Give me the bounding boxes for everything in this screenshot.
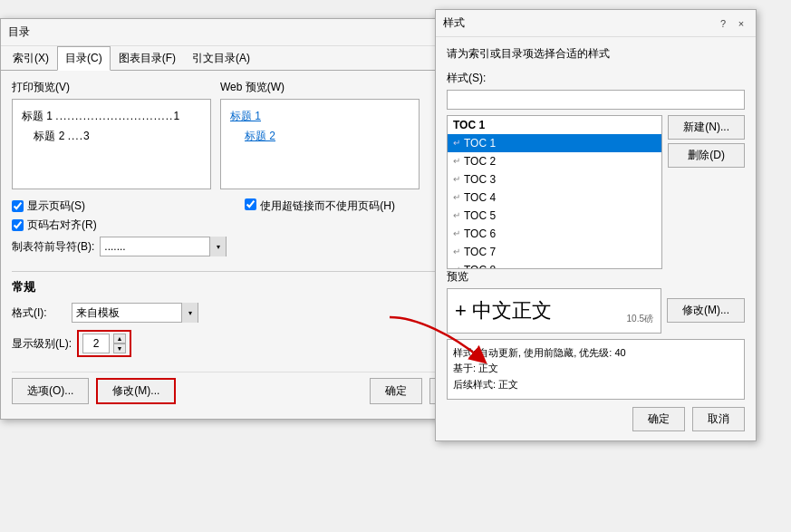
- ok-button[interactable]: 确定: [370, 378, 422, 404]
- web-link-2[interactable]: 标题 2: [245, 127, 410, 147]
- style-info-line2: 基于: 正文: [453, 361, 738, 377]
- style-modify-button[interactable]: 修改(M)...: [667, 298, 745, 323]
- tab-bar: 索引(X)目录(C)图表目录(F)引文目录(A): [1, 46, 493, 71]
- style-item-text: TOC 1: [464, 137, 496, 150]
- style-action-col: 新建(N)... 删除(D): [662, 115, 745, 269]
- style-description: 请为索引或目录项选择合适的样式: [447, 46, 745, 62]
- style-list-item[interactable]: ↵TOC 3: [448, 170, 661, 189]
- style-cancel-button[interactable]: 取消: [692, 407, 745, 431]
- use-hyperlinks-label: 使用超链接而不使用页码(H): [260, 198, 395, 214]
- return-icon: ↵: [453, 210, 460, 220]
- tab-index[interactable]: 索引(X): [5, 46, 57, 71]
- style-list-item[interactable]: ↵TOC 6: [448, 225, 661, 243]
- print-preview-section: 打印预览(V) 标题 1 ...........................…: [12, 80, 211, 189]
- style-dialog-title: 样式: [443, 15, 465, 31]
- print-item-1-text: 标题 1 ..............................1: [22, 110, 179, 122]
- new-style-button[interactable]: 新建(N)...: [668, 115, 745, 140]
- style-list-container: TOC 1↵TOC 1↵TOC 2↵TOC 3↵TOC 4↵TOC 5↵TOC …: [447, 115, 662, 269]
- style-list-item[interactable]: ↵TOC 1: [448, 134, 661, 152]
- list-outer: TOC 1↵TOC 1↵TOC 2↵TOC 3↵TOC 4↵TOC 5↵TOC …: [447, 115, 745, 269]
- style-list: TOC 1↵TOC 1↵TOC 2↵TOC 3↵TOC 4↵TOC 5↵TOC …: [447, 115, 662, 269]
- format-label: 格式(I):: [12, 305, 66, 321]
- return-icon: ↵: [453, 247, 460, 256]
- right-align-checkbox[interactable]: [12, 219, 24, 231]
- style-preview-section: 预览 + 中文正文 10.5磅 修改(M)...: [447, 269, 745, 334]
- show-page-numbers-row: 显示页码(S): [12, 198, 227, 214]
- web-link-1[interactable]: 标题 1: [230, 107, 410, 127]
- show-levels-label: 显示级别(L):: [12, 336, 72, 352]
- options-button[interactable]: 选项(O)...: [12, 378, 89, 404]
- style-list-item[interactable]: ↵TOC 7: [448, 243, 661, 261]
- style-item-text: TOC 3: [464, 173, 496, 186]
- main-dialog-titlebar: 目录 ? ×: [1, 19, 493, 46]
- options-row: 显示页码(S) 页码右对齐(R) 制表符前导符(B): ....... ▾ 使用…: [12, 198, 482, 264]
- format-arrow[interactable]: ▾: [181, 303, 198, 323]
- style-titlebar-controls: ? ×: [716, 16, 748, 31]
- style-dialog: 样式 ? × 请为索引或目录项选择合适的样式 样式(S): TOC 1 TOC …: [435, 9, 757, 441]
- style-content: 请为索引或目录项选择合适的样式 样式(S): TOC 1 TOC 1↵TOC 1…: [436, 37, 756, 440]
- use-hyperlinks-checkbox[interactable]: [245, 198, 256, 210]
- right-align-label: 页码右对齐(R): [27, 218, 97, 233]
- style-list-item[interactable]: TOC 1: [448, 116, 661, 134]
- style-list-item[interactable]: ↵TOC 5: [448, 207, 661, 225]
- style-name-input[interactable]: TOC 1: [447, 90, 745, 110]
- left-options: 显示页码(S) 页码右对齐(R) 制表符前导符(B): ....... ▾: [12, 198, 227, 264]
- main-dialog-title: 目录: [8, 24, 30, 40]
- style-item-text: TOC 7: [464, 246, 496, 258]
- print-preview-box: 标题 1 ..............................1 标题 …: [12, 99, 211, 189]
- right-align-row: 页码右对齐(R): [12, 218, 227, 233]
- preview-row: 打印预览(V) 标题 1 ...........................…: [12, 80, 482, 189]
- style-info-line3: 后续样式: 正文: [453, 377, 738, 393]
- print-item-2-text: 标题 2 ....3: [22, 130, 90, 142]
- return-icon: ↵: [453, 192, 460, 202]
- print-preview-label: 打印预览(V): [12, 80, 211, 95]
- tab-leader-label: 制表符前导符(B):: [12, 239, 94, 255]
- show-page-numbers-label: 显示页码(S): [27, 198, 85, 214]
- tab-toc[interactable]: 目录(C): [57, 46, 111, 71]
- style-info-line1: 样式: 自动更新, 使用前隐藏, 优先级: 40: [453, 345, 738, 362]
- web-preview-label: Web 预览(W): [220, 80, 420, 95]
- level-row: 显示级别(L): 2 ▲ ▼: [12, 330, 482, 357]
- style-list-item[interactable]: ↵TOC 8: [448, 261, 661, 269]
- print-item-2: 标题 2 ....3: [22, 127, 201, 147]
- divider: [12, 271, 482, 272]
- style-bottom-buttons: 确定 取消: [447, 407, 745, 431]
- tab-leader-value: .......: [101, 240, 209, 253]
- style-preview-content: + 中文正文: [455, 297, 552, 324]
- style-dialog-titlebar: 样式 ? ×: [436, 10, 756, 37]
- tab-figure[interactable]: 图表目录(F): [111, 46, 184, 71]
- style-item-text: TOC 4: [464, 191, 496, 204]
- level-up-button[interactable]: ▲: [113, 334, 126, 343]
- style-info-box: 样式: 自动更新, 使用前隐藏, 优先级: 40 基于: 正文 后续样式: 正文: [447, 339, 745, 400]
- tab-leader-dropdown[interactable]: ....... ▾: [100, 237, 227, 256]
- level-down-button[interactable]: ▼: [113, 343, 126, 353]
- bottom-buttons: 选项(O)... 修改(M)... 确定 取消: [12, 372, 482, 410]
- style-ok-button[interactable]: 确定: [632, 407, 685, 431]
- style-list-item[interactable]: ↵TOC 4: [448, 189, 661, 207]
- style-preview-text-cn: 中文正文: [472, 299, 552, 322]
- format-value: 来自模板: [72, 305, 181, 321]
- show-page-numbers-checkbox[interactable]: [12, 200, 24, 212]
- style-list-item[interactable]: ↵TOC 2: [448, 152, 661, 170]
- format-dropdown[interactable]: 来自模板 ▾: [72, 303, 198, 323]
- return-icon: ↵: [453, 138, 460, 148]
- level-spinners: ▲ ▼: [113, 334, 126, 353]
- tab-leader-arrow[interactable]: ▾: [209, 237, 226, 256]
- web-option: 使用超链接而不使用页码(H): [245, 198, 395, 214]
- style-preview-box: + 中文正文 10.5磅: [447, 288, 661, 334]
- style-preview-size: 10.5磅: [627, 313, 653, 325]
- style-item-text: TOC 1: [453, 119, 485, 131]
- style-help-button[interactable]: ?: [716, 16, 730, 31]
- style-item-text: TOC 8: [464, 264, 496, 269]
- modify-button[interactable]: 修改(M)...: [96, 378, 176, 404]
- web-preview-box: 标题 1 标题 2: [220, 99, 420, 189]
- format-row: 格式(I): 来自模板 ▾: [12, 303, 482, 323]
- style-preview-label: 预览: [447, 269, 745, 285]
- main-content: 打印预览(V) 标题 1 ...........................…: [1, 71, 493, 419]
- style-close-button[interactable]: ×: [734, 16, 748, 31]
- show-levels-input[interactable]: 2: [82, 334, 110, 353]
- tab-citation[interactable]: 引文目录(A): [184, 46, 258, 71]
- return-icon: ↵: [453, 228, 460, 238]
- tab-leader-row: 制表符前导符(B): ....... ▾: [12, 237, 227, 256]
- delete-style-button[interactable]: 删除(D): [668, 143, 745, 168]
